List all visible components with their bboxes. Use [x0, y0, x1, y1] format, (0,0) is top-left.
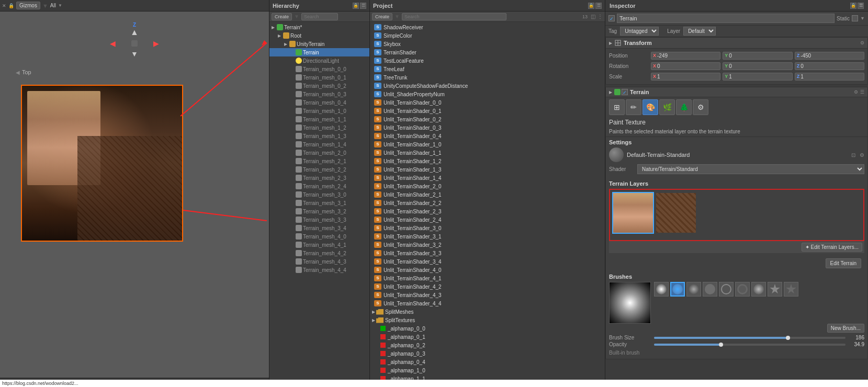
- rot-z-field[interactable]: Z 0: [795, 62, 864, 70]
- hierarchy-lock-btn[interactable]: 🔒: [353, 3, 359, 9]
- inspector-lock-btn[interactable]: 🔒: [850, 3, 856, 9]
- tree-item-13[interactable]: Terrain_mesh_1_3: [269, 132, 369, 140]
- terrain-gear[interactable]: ⚙: [854, 89, 858, 95]
- project-create-btn[interactable]: Create: [372, 13, 392, 20]
- project-item-33[interactable]: SUnlit_TerrainShader_4_4: [370, 299, 605, 308]
- transform-menu[interactable]: ⚙: [860, 40, 864, 45]
- folder-split-meshes[interactable]: ▶SplitMeshes: [370, 308, 605, 316]
- tree-item-7[interactable]: Terrain_mesh_0_2: [269, 82, 369, 90]
- tree-item-29[interactable]: Terrain_mesh_4_4: [269, 266, 369, 274]
- tree-item-23[interactable]: Terrain_mesh_3_3: [269, 215, 369, 224]
- pos-y-field[interactable]: Y 0: [723, 52, 792, 60]
- tree-item-28[interactable]: Terrain_mesh_4_3: [269, 257, 369, 266]
- tree-item-22[interactable]: Terrain_mesh_3_2: [269, 207, 369, 215]
- layer-thumb-face[interactable]: [612, 192, 654, 234]
- tab-terrain-settings[interactable]: ⚙: [693, 99, 708, 115]
- project-item-5[interactable]: STreeLeaf: [370, 65, 605, 73]
- brush-size-slider[interactable]: [654, 337, 846, 339]
- tree-item-20[interactable]: Terrain_mesh_3_0: [269, 190, 369, 199]
- opacity-slider[interactable]: [654, 344, 846, 346]
- project-item-29[interactable]: SUnlit_TerrainShader_4_0: [370, 266, 605, 274]
- tree-item-18[interactable]: Terrain_mesh_2_3: [269, 174, 369, 182]
- tree-item-6[interactable]: Terrain_mesh_0_1: [269, 73, 369, 82]
- gameobject-active-checkbox[interactable]: [608, 15, 615, 21]
- alphamap-item-2[interactable]: _alphamap_0_2: [370, 341, 605, 349]
- tree-item-17[interactable]: Terrain_mesh_2_2: [269, 165, 369, 174]
- tree-item-25[interactable]: Terrain_mesh_4_0: [269, 232, 369, 241]
- project-item-17[interactable]: SUnlit_TerrainShader_1_3: [370, 165, 605, 174]
- brush-option-2[interactable]: [670, 282, 685, 297]
- project-item-6[interactable]: STreeTrunk: [370, 73, 605, 82]
- tree-item-2[interactable]: ▶UnityTerrain: [269, 40, 369, 48]
- project-item-15[interactable]: SUnlit_TerrainShader_1_1: [370, 149, 605, 157]
- tab-paint-texture[interactable]: 🎨: [642, 99, 658, 115]
- brush-option-8[interactable]: [768, 282, 782, 297]
- tree-item-3[interactable]: Terrain: [269, 48, 369, 56]
- center-handle[interactable]: [131, 40, 138, 47]
- hierarchy-menu-btn[interactable]: ☰: [360, 3, 366, 9]
- shader-dropdown[interactable]: Nature/Terrain/Standard: [637, 164, 864, 174]
- alphamap-item-4[interactable]: _alphamap_0_4: [370, 358, 605, 366]
- tree-item-4[interactable]: DirectionalLight: [269, 56, 369, 65]
- tab-paint-terrain[interactable]: ✏: [626, 99, 641, 115]
- scale-x-field[interactable]: X 1: [651, 73, 720, 81]
- project-item-14[interactable]: SUnlit_TerrainShader_1_0: [370, 140, 605, 149]
- project-item-27[interactable]: SUnlit_TerrainShader_3_3: [370, 249, 605, 257]
- tree-item-14[interactable]: Terrain_mesh_1_4: [269, 140, 369, 149]
- brush-option-9[interactable]: [784, 282, 798, 297]
- edit-terrain-button[interactable]: Edit Terrain: [826, 258, 861, 268]
- project-item-19[interactable]: SUnlit_TerrainShader_2_0: [370, 182, 605, 190]
- tree-item-8[interactable]: Terrain_mesh_0_3: [269, 90, 369, 98]
- tree-item-16[interactable]: Terrain_mesh_2_1: [269, 157, 369, 165]
- project-item-13[interactable]: SUnlit_TerrainShader_0_4: [370, 132, 605, 140]
- tree-item-5[interactable]: Terrain_mesh_0_0: [269, 65, 369, 73]
- tag-dropdown[interactable]: Untagged: [620, 27, 659, 36]
- scale-y-field[interactable]: Y 1: [723, 73, 792, 81]
- project-item-12[interactable]: SUnlit_TerrainShader_0_3: [370, 123, 605, 132]
- rot-x-field[interactable]: X 0: [651, 62, 720, 70]
- scale-z-field[interactable]: Z 1: [795, 73, 864, 81]
- layer-dropdown[interactable]: Default: [683, 27, 716, 36]
- project-item-4[interactable]: STestLocalFeature: [370, 56, 605, 65]
- terrain-component-header[interactable]: ▶ Terrain ⚙ ☰: [606, 87, 867, 97]
- tree-item-19[interactable]: Terrain_mesh_2_4: [269, 182, 369, 190]
- project-item-32[interactable]: SUnlit_TerrainShader_4_3: [370, 291, 605, 299]
- alphamap-item-3[interactable]: _alphamap_0_3: [370, 349, 605, 358]
- project-item-7[interactable]: SUnityComputeShadowFadeDistance: [370, 82, 605, 90]
- project-item-2[interactable]: SSkybox: [370, 40, 605, 48]
- project-item-9[interactable]: SUnlit_TerrainShader_0_0: [370, 98, 605, 107]
- tree-item-15[interactable]: Terrain_mesh_2_0: [269, 149, 369, 157]
- project-menu-btn[interactable]: ☰: [595, 3, 602, 9]
- tree-item-26[interactable]: Terrain_mesh_4_1: [269, 241, 369, 249]
- project-lock-btn[interactable]: 🔒: [588, 3, 594, 9]
- tab-paint-trees[interactable]: 🌲: [676, 99, 692, 115]
- tree-item-12[interactable]: Terrain_mesh_1_2: [269, 123, 369, 132]
- edit-terrain-layers-btn[interactable]: ✦ Edit Terrain Layers...: [802, 243, 862, 252]
- pos-z-field[interactable]: Z -450: [795, 52, 864, 60]
- tree-item-1[interactable]: ▶Root: [269, 31, 369, 40]
- terrain-std-settings[interactable]: ⚙: [860, 152, 864, 158]
- project-item-18[interactable]: SUnlit_TerrainShader_1_4: [370, 174, 605, 182]
- tree-item-10[interactable]: Terrain_mesh_1_0: [269, 107, 369, 115]
- layer-thumb-dirt[interactable]: [655, 192, 697, 234]
- project-item-1[interactable]: SSimpleColor: [370, 31, 605, 40]
- project-item-16[interactable]: SUnlit_TerrainShader_1_2: [370, 157, 605, 165]
- transform-header[interactable]: ▶ Transform ⚙: [606, 38, 867, 49]
- terrain-std-edit[interactable]: ⊡: [851, 152, 855, 158]
- opacity-handle[interactable]: [719, 343, 723, 347]
- terrain-menu-btn[interactable]: ☰: [860, 89, 864, 95]
- gameobject-name-input[interactable]: [617, 14, 835, 23]
- alphamap-item-1[interactable]: _alphamap_0_1: [370, 333, 605, 341]
- gizmos-button[interactable]: Gizmos: [16, 2, 40, 9]
- project-item-25[interactable]: SUnlit_TerrainShader_3_1: [370, 232, 605, 241]
- project-item-0[interactable]: SShadowReceiver: [370, 23, 605, 31]
- project-search-input[interactable]: [402, 13, 506, 20]
- static-dropdown[interactable]: ▼: [860, 16, 865, 21]
- terrain-active-checkbox[interactable]: [622, 89, 628, 95]
- project-item-28[interactable]: SUnlit_TerrainShader_3_4: [370, 257, 605, 266]
- tree-item-24[interactable]: Terrain_mesh_3_4: [269, 224, 369, 232]
- tab-create-neighbor[interactable]: ⊞: [609, 99, 625, 115]
- tree-item-0[interactable]: ▶Terrain*: [269, 23, 369, 31]
- hierarchy-search-input[interactable]: [301, 13, 338, 20]
- tree-item-9[interactable]: Terrain_mesh_0_4: [269, 98, 369, 107]
